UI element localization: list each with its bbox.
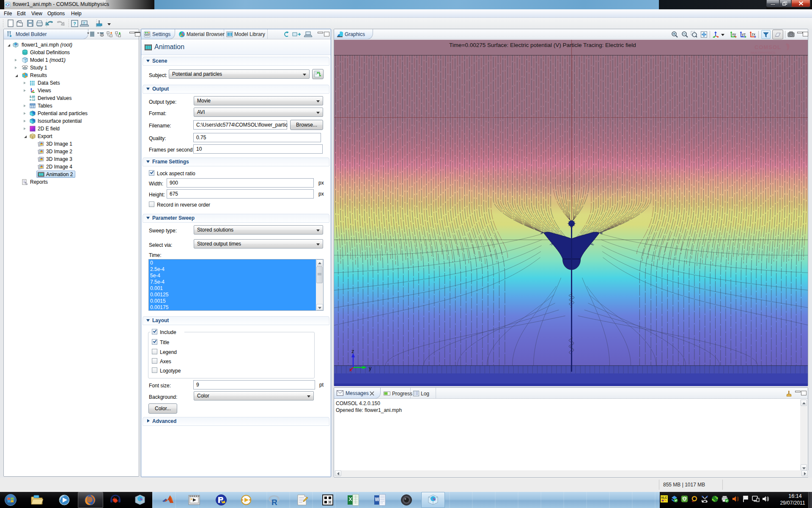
svg-text:yz: yz [742, 32, 746, 36]
svg-text:MULTIPHYSICS: MULTIPHYSICS [751, 51, 776, 55]
svg-text:x: x [349, 367, 352, 372]
svg-text:?: ? [83, 21, 85, 25]
svg-text:COMSOL: COMSOL [754, 44, 781, 50]
svg-text:8.85: 8.85 [30, 95, 35, 98]
svg-text:zx: zx [752, 32, 756, 36]
svg-text:?: ? [73, 21, 76, 26]
svg-text:R: R [272, 498, 277, 506]
svg-text:Time=0.00275 Surface: Electri: Time=0.00275 Surface: Electric potential… [449, 42, 636, 48]
svg-text:y: y [369, 365, 372, 371]
svg-text:e-12: e-12 [30, 98, 35, 101]
svg-text:VLC: VLC [661, 496, 667, 499]
svg-text:xy: xy [732, 32, 736, 36]
svg-text:z: z [351, 348, 354, 354]
